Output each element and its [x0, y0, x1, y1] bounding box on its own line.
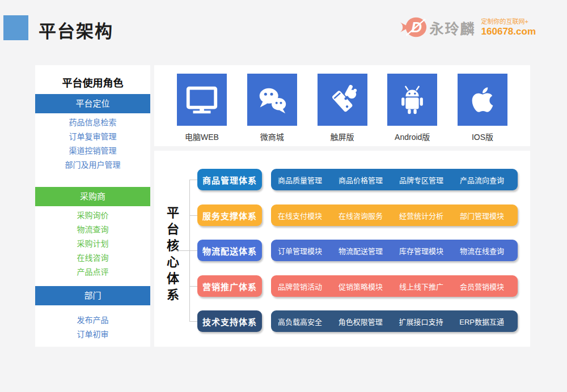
tile-label: 微商城	[260, 131, 284, 142]
tile-touch: 触屏版	[318, 74, 367, 146]
tile-label: IOS版	[472, 131, 493, 142]
tile-web: 电脑WEB	[177, 74, 227, 146]
module-label: 库存管理模块	[399, 245, 443, 256]
brand-tagline: 定制你的互联网+	[481, 18, 536, 26]
system-modules-service: 在线支付模块 在线咨询服务 经营统计分析 部门管理模块	[271, 204, 518, 226]
android-icon	[387, 74, 437, 126]
tile-wechat: 微商城	[247, 74, 297, 146]
module-label: 物流在线查询	[460, 245, 504, 256]
role-group-header-department: 部门	[35, 286, 150, 305]
system-box-logistics: 物流配送体系	[197, 240, 262, 261]
role-item: 发布产品	[35, 313, 150, 327]
wechat-icon	[247, 74, 297, 126]
brand-text-block: 定制你的互联网+ 160678.com	[481, 18, 536, 38]
role-group-department-items: 发布产品 订单初审	[35, 313, 150, 342]
role-item: 订单复审管理	[35, 130, 150, 144]
brand-logo: D 永玲麟 定制你的互联网+ 160678.com	[399, 15, 536, 41]
role-item: 采购询价	[35, 208, 150, 223]
tile-label: Android版	[395, 131, 430, 142]
slide: 平台架构 D 永玲麟 定制你的互联网+ 160678.com 平台使用角色 平台…	[0, 0, 567, 392]
system-box-goods: 商品管理体系	[197, 169, 262, 190]
module-label: 订单管理模块	[278, 245, 322, 256]
module-label: 经营统计分析	[399, 210, 443, 221]
platform-tiles-panel: 电脑WEB 微商城	[154, 65, 530, 146]
module-label: 线上线下推广	[399, 281, 443, 292]
module-label: 商品价格管理	[338, 174, 383, 185]
module-label: 在线咨询服务	[338, 210, 383, 221]
role-item: 药品信息检索	[35, 116, 150, 130]
module-label: 在线支付模块	[278, 210, 322, 221]
system-box-marketing: 营销推广体系	[197, 275, 262, 297]
role-group-header-platform: 平台定位	[35, 94, 150, 113]
module-label: 商品质量管理	[278, 174, 322, 185]
roles-panel: 平台使用角色 平台定位 药品信息检索 订单复审管理 渠道控销管理 部门及用户管理…	[35, 65, 150, 347]
role-item: 产品点评	[35, 265, 150, 279]
brand-site: 160678.com	[481, 25, 536, 37]
system-modules-logistics: 订单管理模块 物流配送管理 库存管理模块 物流在线查询	[271, 240, 518, 261]
module-label: 产品流向查询	[460, 174, 504, 185]
role-item: 采购计划	[35, 237, 150, 251]
role-item: 渠道控销管理	[35, 144, 150, 158]
role-item: 物流查询	[35, 223, 150, 237]
module-label: 品牌专区管理	[399, 174, 443, 185]
system-box-service: 服务支撑体系	[197, 204, 262, 226]
core-system-panel: 平台核心体系 商品管理体系 商品质量管理 商品价格管理 品牌专区管理 产品流向查…	[154, 151, 530, 347]
apple-icon	[458, 74, 507, 126]
role-group-platform-items: 药品信息检索 订单复审管理 渠道控销管理 部门及用户管理	[35, 116, 150, 172]
brand-logo-icon: D	[399, 15, 428, 41]
role-group-buyer-items: 采购询价 物流查询 采购计划 在线咨询 产品点评	[35, 208, 150, 279]
core-system-label: 平台核心体系	[162, 206, 180, 305]
system-box-tech: 技术支持体系	[197, 310, 262, 332]
page-title: 平台架构	[39, 17, 113, 42]
module-label: 角色权限管理	[338, 316, 383, 327]
system-modules-goods: 商品质量管理 商品价格管理 品牌专区管理 产品流向查询	[271, 169, 518, 190]
connector-line	[177, 250, 189, 251]
tile-label: 电脑WEB	[185, 131, 219, 142]
brand-name: 永玲麟	[430, 18, 476, 38]
module-label: 部门管理模块	[460, 210, 504, 221]
module-label: 物流配送管理	[338, 245, 383, 256]
role-group-header-buyer: 采购商	[35, 187, 150, 206]
tile-ios: IOS版	[458, 74, 507, 146]
tile-android: Android版	[387, 74, 437, 146]
touchscreen-icon	[318, 74, 367, 126]
module-label: ERP数据互通	[459, 316, 504, 327]
module-label: 高负载高安全	[278, 316, 322, 327]
tile-label: 触屏版	[331, 131, 354, 142]
title-accent-square	[3, 15, 28, 40]
module-label: 品牌营销活动	[278, 281, 322, 292]
module-label: 促销策略模块	[338, 281, 383, 292]
roles-panel-title: 平台使用角色	[35, 75, 150, 90]
role-item: 订单初审	[35, 327, 150, 342]
system-modules-marketing: 品牌营销活动 促销策略模块 线上线下推广 会员营销模块	[271, 275, 518, 297]
module-label: 扩展接口支持	[399, 316, 443, 327]
system-modules-tech: 高负载高安全 角色权限管理 扩展接口支持 ERP数据互通	[271, 310, 518, 332]
module-label: 会员营销模块	[460, 281, 504, 292]
role-item: 在线咨询	[35, 251, 150, 265]
role-item: 部门及用户管理	[35, 158, 150, 172]
monitor-icon	[177, 74, 227, 126]
